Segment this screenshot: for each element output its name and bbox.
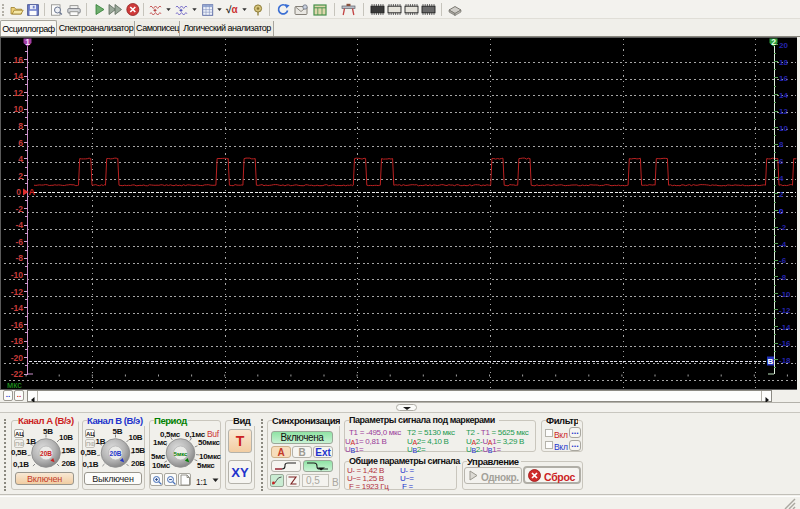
svg-text:20В: 20В — [40, 450, 52, 457]
svg-text:6: 6 — [18, 138, 23, 148]
svg-text:20В: 20В — [110, 450, 122, 457]
svg-text:18: 18 — [779, 58, 788, 67]
svg-text:-6: -6 — [15, 237, 23, 247]
svg-text:8: 8 — [18, 121, 23, 131]
svg-text:2: 2 — [779, 190, 784, 199]
svg-text:-18: -18 — [779, 356, 791, 365]
svg-text:16: 16 — [14, 55, 24, 65]
svg-text:14: 14 — [14, 71, 24, 81]
svg-text:20: 20 — [779, 41, 788, 50]
svg-text:-18: -18 — [11, 336, 24, 346]
svg-text:1: 1 — [25, 37, 30, 47]
svg-text:6: 6 — [779, 157, 784, 166]
svg-text:-6: -6 — [779, 256, 787, 265]
svg-text:-16: -16 — [779, 339, 791, 348]
svg-text:-22: -22 — [11, 369, 24, 379]
svg-text:-20: -20 — [11, 353, 24, 363]
svg-text:мкс: мкс — [7, 380, 22, 390]
svg-text:4: 4 — [779, 174, 784, 183]
svg-text:14: 14 — [779, 91, 788, 100]
svg-text:-12: -12 — [779, 306, 791, 315]
svg-text:0: 0 — [16, 187, 21, 197]
svg-text:-2: -2 — [15, 204, 23, 214]
svg-text:-10: -10 — [779, 290, 791, 299]
svg-text:B: B — [768, 357, 774, 366]
svg-text:-8: -8 — [15, 253, 23, 263]
svg-text:-4: -4 — [15, 220, 23, 230]
svg-text:8: 8 — [779, 140, 784, 149]
svg-text:10: 10 — [14, 104, 24, 114]
svg-text:-14: -14 — [779, 323, 791, 332]
svg-text:-8: -8 — [779, 273, 787, 282]
svg-text:A: A — [29, 187, 36, 197]
svg-text:2: 2 — [771, 37, 776, 47]
svg-text:-14: -14 — [11, 303, 24, 313]
svg-text:16: 16 — [779, 74, 788, 83]
svg-text:-16: -16 — [11, 320, 24, 330]
svg-text:0: 0 — [779, 207, 784, 216]
svg-text:12: 12 — [14, 88, 24, 98]
svg-text:10: 10 — [779, 124, 788, 133]
svg-text:-10: -10 — [11, 270, 24, 280]
svg-text:-2: -2 — [779, 223, 787, 232]
svg-text:-4: -4 — [779, 240, 787, 249]
svg-text:-12: -12 — [11, 287, 24, 297]
svg-text:12: 12 — [779, 107, 788, 116]
svg-text:2: 2 — [18, 171, 23, 181]
svg-text:4: 4 — [18, 154, 23, 164]
svg-text:5мкс: 5мкс — [174, 451, 188, 457]
